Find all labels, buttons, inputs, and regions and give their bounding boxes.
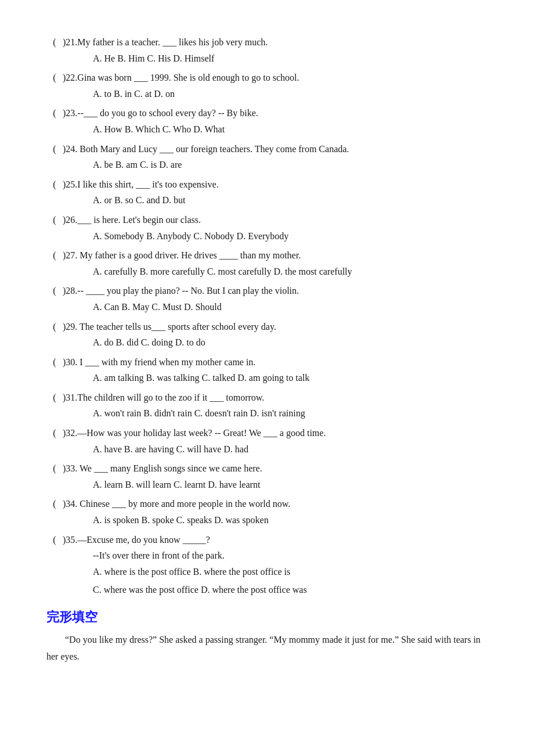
question-block: ()21.My father is a teacher. ___ likes h… — [46, 35, 488, 66]
question-block: ()26.___ is here. Let's begin our class.… — [46, 213, 488, 243]
question-text: )35.—Excuse me, do you know _____? — [63, 532, 488, 548]
bracket: ( — [46, 532, 63, 548]
bracket: ( — [46, 461, 63, 476]
bracket: ( — [46, 35, 63, 50]
question-line: ()29. The teacher tells us___ sports aft… — [46, 319, 488, 334]
question-text: )31.The children will go to the zoo if i… — [63, 390, 488, 405]
question-text: )22.Gina was born ___ 1999. She is old e… — [63, 70, 488, 85]
passage-text: “Do you like my dress?” She asked a pass… — [46, 632, 488, 665]
question-line: ()30. I ___ with my friend when my mothe… — [46, 355, 488, 370]
question-text: )29. The teacher tells us___ sports afte… — [63, 319, 488, 334]
question-block: ()33. We ___ many English songs since we… — [46, 461, 488, 492]
options-line: A. be B. am C. is D. are — [46, 157, 488, 172]
question-block: ()24. Both Mary and Lucy ___ our foreign… — [46, 142, 488, 172]
question-block: ()32.—How was your holiday last week? --… — [46, 426, 488, 456]
questions-container: ()21.My father is a teacher. ___ likes h… — [46, 35, 488, 665]
bracket: ( — [46, 283, 63, 298]
question-line: ()32.—How was your holiday last week? --… — [46, 426, 488, 441]
bracket: ( — [46, 426, 63, 441]
bracket: ( — [46, 142, 63, 157]
question-line: ()26.___ is here. Let's begin our class. — [46, 213, 488, 228]
options-line: A. How B. Which C. Who D. What — [46, 122, 488, 137]
options-line: A. He B. Him C. His D. Himself — [46, 51, 488, 66]
question-text: )28.-- ____ you play the piano? -- No. B… — [63, 283, 488, 298]
question-block: ()30. I ___ with my friend when my mothe… — [46, 355, 488, 386]
question-text: )26.___ is here. Let's begin our class. — [63, 213, 488, 228]
question-line: ()21.My father is a teacher. ___ likes h… — [46, 35, 488, 50]
question-text: )23.--___ do you go to school every day?… — [63, 106, 488, 121]
bracket: ( — [46, 248, 63, 263]
options-line: A. won't rain B. didn't rain C. doesn't … — [46, 406, 488, 421]
bracket: ( — [46, 390, 63, 405]
options-line: A. am talking B. was talking C. talked D… — [46, 370, 488, 386]
options-line: A. Can B. May C. Must D. Should — [46, 300, 488, 315]
question-line: ()27. My father is a good driver. He dri… — [46, 248, 488, 263]
question-block: ()34. Chinese ___ by more and more peopl… — [46, 496, 488, 527]
question-sub-text: --It's over there in front of the park. — [46, 548, 488, 563]
question-text: )25.I like this shirt, ___ it's too expe… — [63, 177, 488, 192]
question-block: ()31.The children will go to the zoo if … — [46, 390, 488, 421]
options-line: A. do B. did C. doing D. to do — [46, 335, 488, 350]
options-line: C. where was the post office D. where th… — [46, 582, 488, 597]
question-block: ()28.-- ____ you play the piano? -- No. … — [46, 283, 488, 314]
question-text: )24. Both Mary and Lucy ___ our foreign … — [63, 142, 488, 157]
bracket: ( — [46, 70, 63, 85]
question-line: ()34. Chinese ___ by more and more peopl… — [46, 496, 488, 512]
section-title: 完形填空 — [46, 607, 488, 627]
question-line: ()24. Both Mary and Lucy ___ our foreign… — [46, 142, 488, 157]
options-line: A. have B. are having C. will have D. ha… — [46, 442, 488, 457]
question-line: ()22.Gina was born ___ 1999. She is old … — [46, 70, 488, 85]
question-line: ()35.—Excuse me, do you know _____? — [46, 532, 488, 548]
options-line: A. or B. so C. and D. but — [46, 193, 488, 208]
bracket: ( — [46, 355, 63, 370]
question-text: )34. Chinese ___ by more and more people… — [63, 496, 488, 512]
question-block: ()22.Gina was born ___ 1999. She is old … — [46, 70, 488, 101]
bracket: ( — [46, 106, 63, 121]
question-block: ()23.--___ do you go to school every day… — [46, 106, 488, 136]
options-line: A. where is the post office B. where the… — [46, 564, 488, 579]
options-line: A. carefully B. more carefully C. most c… — [46, 264, 488, 279]
question-text: )30. I ___ with my friend when my mother… — [63, 355, 488, 370]
question-line: ()23.--___ do you go to school every day… — [46, 106, 488, 121]
question-block: ()27. My father is a good driver. He dri… — [46, 248, 488, 279]
options-line: A. to B. in C. at D. on — [46, 87, 488, 102]
question-block: ()35.—Excuse me, do you know _____?--It'… — [46, 532, 488, 597]
options-line: A. Somebody B. Anybody C. Nobody D. Ever… — [46, 229, 488, 244]
question-text: )33. We ___ many English songs since we … — [63, 461, 488, 476]
bracket: ( — [46, 177, 63, 192]
question-line: ()31.The children will go to the zoo if … — [46, 390, 488, 405]
bracket: ( — [46, 213, 63, 228]
question-line: ()28.-- ____ you play the piano? -- No. … — [46, 283, 488, 298]
question-block: ()29. The teacher tells us___ sports aft… — [46, 319, 488, 350]
bracket: ( — [46, 319, 63, 334]
question-line: ()25.I like this shirt, ___ it's too exp… — [46, 177, 488, 192]
question-text: )32.—How was your holiday last week? -- … — [63, 426, 488, 441]
question-line: ()33. We ___ many English songs since we… — [46, 461, 488, 476]
question-text: )27. My father is a good driver. He driv… — [63, 248, 488, 263]
question-text: )21.My father is a teacher. ___ likes hi… — [63, 35, 488, 50]
bracket: ( — [46, 496, 63, 512]
question-block: ()25.I like this shirt, ___ it's too exp… — [46, 177, 488, 208]
options-line: A. learn B. will learn C. learnt D. have… — [46, 477, 488, 492]
options-line: A. is spoken B. spoke C. speaks D. was s… — [46, 513, 488, 528]
